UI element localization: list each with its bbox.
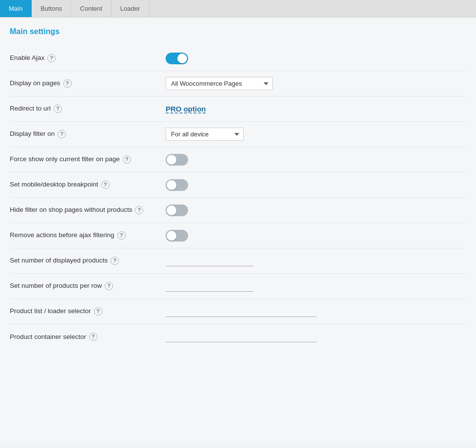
- input-product-container-selector[interactable]: [166, 332, 317, 342]
- help-icon-mobile-desktop-breakpoint[interactable]: ?: [101, 181, 110, 189]
- label-force-show-filter: Force show only current filter on page ?: [10, 155, 166, 164]
- value-enable-ajax: [166, 53, 466, 64]
- help-icon-num-products-per-row[interactable]: ?: [105, 282, 113, 290]
- label-hide-filter-no-products: Hide filter on shop pages without produc…: [10, 205, 166, 215]
- value-display-on-pages: All Woocommerce Pages Shop Page Only Cat…: [166, 77, 466, 90]
- row-hide-filter-no-products: Hide filter on shop pages without produc…: [10, 198, 466, 223]
- row-enable-ajax: Enable Ajax ?: [10, 46, 466, 71]
- select-display-filter-on[interactable]: For all device Mobile only Desktop only: [166, 128, 244, 141]
- tabs-bar: Main Buttons Content Loader: [0, 0, 476, 18]
- label-display-on-pages: Display on pages ?: [10, 79, 166, 88]
- value-product-list-selector: [166, 306, 466, 317]
- row-display-filter-on: Display filter on ? For all device Mobil…: [10, 122, 466, 147]
- label-display-filter-on: Display filter on ?: [10, 130, 166, 139]
- value-redirect-to-url: PRO option: [166, 105, 466, 113]
- toggle-mobile-desktop-breakpoint[interactable]: [166, 179, 188, 191]
- label-num-displayed-products: Set number of displayed products ?: [10, 256, 166, 265]
- toggle-hide-filter-no-products[interactable]: [166, 205, 188, 216]
- row-remove-actions-ajax: Remove actions before ajax filtering ?: [10, 223, 466, 248]
- page-wrapper: Main Buttons Content Loader Main setting…: [0, 0, 476, 448]
- value-product-container-selector: [166, 332, 466, 342]
- row-force-show-filter: Force show only current filter on page ?: [10, 147, 466, 172]
- label-mobile-desktop-breakpoint: Set mobile/desktop breakpoint ?: [10, 180, 166, 189]
- main-content: Main settings Enable Ajax ? Display on p…: [0, 18, 476, 441]
- tab-loader[interactable]: Loader: [112, 0, 149, 17]
- help-icon-num-displayed-products[interactable]: ?: [111, 257, 119, 265]
- help-icon-hide-filter-no-products[interactable]: ?: [135, 206, 143, 214]
- label-product-list-selector: Product list / loader selector ?: [10, 307, 166, 316]
- row-product-list-selector: Product list / loader selector ?: [10, 299, 466, 324]
- input-num-displayed-products[interactable]: [166, 256, 253, 266]
- value-mobile-desktop-breakpoint: [166, 179, 466, 191]
- value-num-displayed-products: [166, 256, 466, 266]
- toggle-enable-ajax[interactable]: [166, 53, 188, 64]
- help-icon-enable-ajax[interactable]: ?: [47, 54, 56, 62]
- row-num-displayed-products: Set number of displayed products ?: [10, 248, 466, 274]
- row-redirect-to-url: Redirect to url ? PRO option: [10, 96, 466, 122]
- row-num-products-per-row: Set number of products per row ?: [10, 274, 466, 299]
- row-mobile-desktop-breakpoint: Set mobile/desktop breakpoint ?: [10, 172, 466, 198]
- toggle-force-show-filter[interactable]: [166, 154, 188, 166]
- input-num-products-per-row[interactable]: [166, 281, 253, 292]
- help-icon-display-filter-on[interactable]: ?: [57, 130, 66, 138]
- label-redirect-to-url: Redirect to url ?: [10, 104, 166, 113]
- help-icon-product-list-selector[interactable]: ?: [94, 307, 102, 316]
- help-icon-product-container-selector[interactable]: ?: [89, 333, 97, 341]
- value-force-show-filter: [166, 154, 466, 166]
- toggle-remove-actions-ajax[interactable]: [166, 230, 188, 242]
- row-display-on-pages: Display on pages ? All Woocommerce Pages…: [10, 71, 466, 96]
- help-icon-display-on-pages[interactable]: ?: [63, 79, 72, 88]
- pro-option-link[interactable]: PRO option: [166, 105, 206, 113]
- tab-buttons[interactable]: Buttons: [32, 0, 71, 17]
- label-num-products-per-row: Set number of products per row ?: [10, 281, 166, 291]
- help-icon-remove-actions-ajax[interactable]: ?: [117, 231, 126, 240]
- tab-content[interactable]: Content: [71, 0, 112, 17]
- section-title: Main settings: [10, 27, 466, 36]
- row-product-container-selector: Product container selector ?: [10, 324, 466, 350]
- label-product-container-selector: Product container selector ?: [10, 333, 166, 342]
- help-icon-force-show-filter[interactable]: ?: [123, 155, 131, 164]
- help-icon-redirect-to-url[interactable]: ?: [54, 105, 62, 113]
- label-enable-ajax: Enable Ajax ?: [10, 54, 166, 63]
- input-product-list-selector[interactable]: [166, 306, 317, 317]
- label-remove-actions-ajax: Remove actions before ajax filtering ?: [10, 231, 166, 240]
- value-remove-actions-ajax: [166, 230, 466, 242]
- value-hide-filter-no-products: [166, 205, 466, 216]
- value-display-filter-on: For all device Mobile only Desktop only: [166, 128, 466, 141]
- value-num-products-per-row: [166, 281, 466, 292]
- tab-main[interactable]: Main: [0, 0, 32, 17]
- select-display-on-pages[interactable]: All Woocommerce Pages Shop Page Only Cat…: [166, 77, 273, 90]
